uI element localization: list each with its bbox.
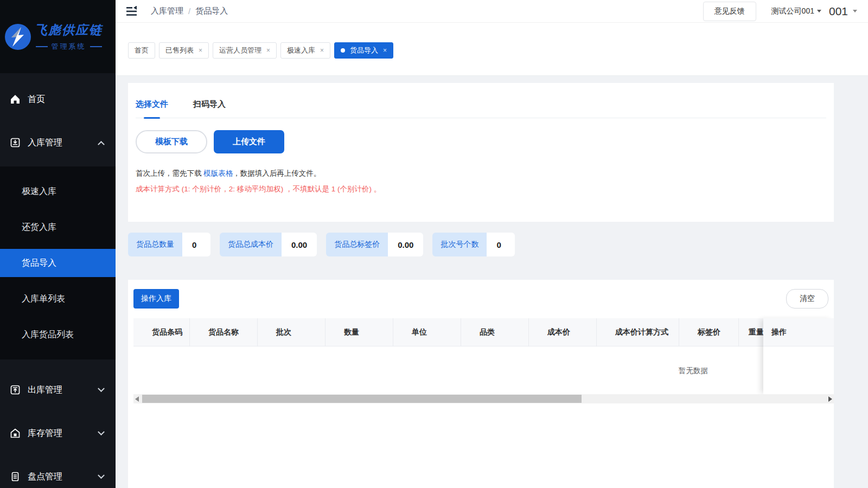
tab-choose-file[interactable]: 选择文件 [136, 99, 168, 118]
nav-tab-label: 运营人员管理 [219, 46, 261, 55]
template-sheet-link[interactable]: 模版表格 [203, 169, 233, 177]
stat-value: 0 [182, 233, 210, 256]
upload-tabs: 选择文件 扫码导入 [136, 99, 826, 118]
stat-label: 批次号个数 [432, 233, 487, 256]
sidebar-item-home[interactable]: 首页 [0, 86, 116, 112]
sub-item-label: 极速入库 [22, 186, 56, 197]
sub-item-label: 还货入库 [22, 222, 56, 233]
sidebar-item-inbound-goods-list[interactable]: 入库货品列表 [0, 320, 116, 349]
stat-total-quantity: 货品总数量 0 [128, 233, 210, 256]
scroll-right-arrow-icon[interactable] [828, 396, 832, 402]
col-weight: 重量 [739, 318, 763, 346]
table-header-row: 货品条码 货品名称 批次 数量 单位 品类 成本价 成本价计算方式 标签价 重量 [133, 318, 834, 346]
sidebar-item-inbound-order-list[interactable]: 入库单列表 [0, 285, 116, 313]
sidebar-item-goods-import[interactable]: 货品导入 [0, 249, 116, 277]
close-icon[interactable]: × [199, 47, 202, 54]
scrollbar-thumb[interactable] [142, 395, 582, 403]
sidebar-item-inbound-mgmt[interactable]: 入库管理 [0, 130, 116, 156]
company-name: 测试公司001 [771, 7, 814, 16]
clear-button[interactable]: 清空 [786, 289, 828, 309]
home-icon [10, 94, 21, 105]
company-dropdown[interactable]: 测试公司001 [771, 7, 821, 16]
stat-value: 0.00 [388, 233, 423, 256]
breadcrumb-page: 货品导入 [195, 6, 228, 16]
nav-tabs-bar: 首页 已售列表 × 运营人员管理 × 极速入库 × 货品导入 × [116, 23, 868, 76]
hint-suffix: ，数据填入后再上传文件。 [233, 169, 321, 177]
outbound-upload-icon [10, 384, 21, 395]
feedback-button[interactable]: 意见反馈 [703, 2, 756, 21]
col-barcode: 货品条码 [133, 318, 190, 346]
col-tag-price: 标签价 [679, 318, 739, 346]
empty-data-text: 暂无数据 [679, 366, 708, 376]
top-header: 入库管理 / 货品导入 意见反馈 测试公司001 001 [116, 0, 868, 23]
nav-tab-home[interactable]: 首页 [128, 42, 155, 59]
brand-name: 飞彪供应链 [35, 22, 103, 38]
upload-hint: 首次上传，需先下载 模版表格，数据填入后再上传文件。 [136, 169, 826, 178]
sidebar-item-stock-mgmt[interactable]: 库存管理 [0, 420, 116, 446]
nav-tab-operator-mgmt[interactable]: 运营人员管理 × [213, 42, 277, 59]
store-name: 001 [829, 5, 848, 18]
cost-method-warning: 成本计算方式 (1: 个别计价，2: 移动平均加权) ，不填默认是 1 (个别计… [136, 184, 826, 194]
breadcrumb-section: 入库管理 [151, 6, 183, 16]
scroll-left-arrow-icon[interactable] [135, 396, 139, 402]
sub-item-label: 入库单列表 [22, 293, 65, 305]
warehouse-icon [10, 428, 21, 439]
checklist-document-icon [10, 471, 21, 482]
nav-tab-sold-list[interactable]: 已售列表 × [159, 42, 209, 59]
chevron-down-icon [98, 472, 105, 479]
sidebar-item-outbound-mgmt[interactable]: 出库管理 [0, 377, 116, 403]
nav-tab-label: 首页 [135, 46, 149, 55]
col-cost-price: 成本价 [529, 318, 597, 346]
stat-value: 0 [487, 233, 515, 256]
col-action: 操作 [763, 318, 834, 346]
brand-subtitle: 管理系统 [52, 42, 86, 52]
logo-dash-left [36, 46, 48, 47]
brand-logo-icon [4, 23, 31, 50]
content-area: 选择文件 扫码导入 模板下载 上传文件 首次上传，需先下载 模版表格，数据填入后… [116, 76, 868, 488]
inbound-download-icon [10, 137, 21, 148]
fixed-action-column: 操作 [763, 318, 834, 394]
sidebar-item-return-inbound[interactable]: 还货入库 [0, 213, 116, 241]
col-unit: 单位 [393, 318, 461, 346]
stat-label: 货品总标签价 [326, 233, 388, 256]
goods-table: 货品条码 货品名称 批次 数量 单位 品类 成本价 成本价计算方式 标签价 重量… [133, 318, 834, 403]
nav-tab-label: 极速入库 [287, 46, 315, 55]
upload-panel: 选择文件 扫码导入 模板下载 上传文件 首次上传，需先下载 模版表格，数据填入后… [128, 83, 834, 222]
close-icon[interactable]: × [383, 47, 387, 54]
col-category: 品类 [461, 318, 529, 346]
nav-tab-fast-inbound[interactable]: 极速入库 × [280, 42, 330, 59]
stat-value: 0.00 [282, 233, 317, 256]
close-icon[interactable]: × [320, 47, 324, 54]
store-dropdown[interactable]: 001 [829, 5, 857, 18]
horizontal-scrollbar[interactable] [133, 394, 834, 403]
active-dot-icon [341, 48, 345, 53]
chevron-down-icon [98, 385, 105, 392]
sub-item-label: 货品导入 [22, 258, 56, 269]
logo-dash-right [90, 46, 102, 47]
nav-tab-goods-import[interactable]: 货品导入 × [334, 42, 393, 59]
caret-down-icon [817, 10, 821, 12]
chevron-up-icon [98, 140, 105, 147]
tab-scan-import[interactable]: 扫码导入 [193, 99, 226, 118]
nav-tab-label: 已售列表 [165, 46, 194, 55]
logo: 飞彪供应链 管理系统 [0, 0, 116, 73]
caret-down-icon [853, 10, 857, 12]
sidebar-item-stocktake-mgmt[interactable]: 盘点管理 [0, 464, 116, 488]
hint-prefix: 首次上传，需先下载 [136, 169, 203, 177]
sidebar-item-label: 盘点管理 [28, 471, 62, 483]
stat-total-cost: 货品总成本价 0.00 [220, 233, 317, 256]
close-icon[interactable]: × [266, 47, 270, 54]
chevron-down-icon [98, 428, 105, 435]
stat-label: 货品总数量 [128, 233, 182, 256]
collapse-sidebar-icon[interactable] [126, 6, 138, 17]
sidebar-item-fast-inbound[interactable]: 极速入库 [0, 177, 116, 206]
sidebar: 飞彪供应链 管理系统 首页 入库管理 极速入库 还货入库 货品导入 [0, 0, 116, 488]
col-name: 货品名称 [190, 318, 258, 346]
sidebar-submenu-inbound: 极速入库 还货入库 货品导入 入库单列表 入库货品列表 [0, 166, 116, 359]
upload-file-button[interactable]: 上传文件 [214, 130, 284, 153]
col-batch: 批次 [258, 318, 326, 346]
stat-label: 货品总成本价 [220, 233, 282, 256]
sidebar-item-label: 入库管理 [28, 137, 62, 149]
template-download-button[interactable]: 模板下载 [136, 130, 207, 153]
do-inbound-button[interactable]: 操作入库 [133, 289, 179, 309]
